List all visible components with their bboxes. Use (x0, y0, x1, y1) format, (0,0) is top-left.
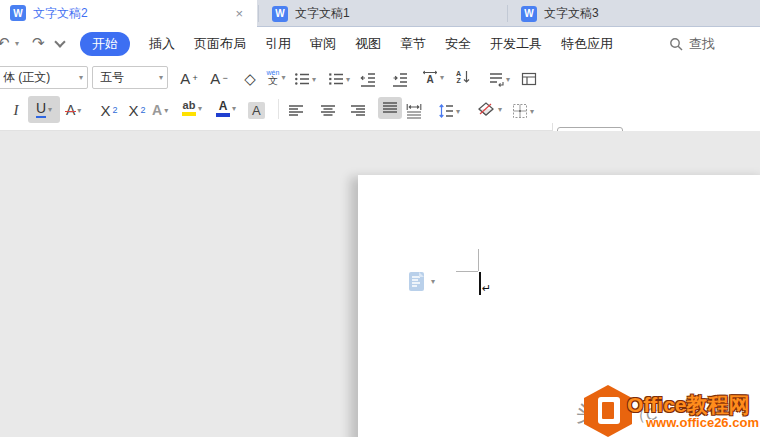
align-center-icon (320, 103, 336, 119)
menu-dev-tools[interactable]: 开发工具 (490, 35, 542, 53)
shrink-font-button[interactable]: A− (206, 66, 232, 90)
italic-button[interactable]: I (6, 98, 26, 122)
menu-items: 开始 插入 页面布局 引用 审阅 视图 章节 安全 开发工具 特色应用 (80, 27, 613, 61)
underline-button[interactable]: U ▾ (28, 96, 60, 123)
bullet-list-icon (294, 71, 310, 87)
highlight-icon: ab (182, 100, 196, 116)
tab-document-2[interactable]: W 文字文稿2 × (0, 0, 257, 27)
borders-button[interactable]: ▾ (512, 99, 534, 123)
superscript-mark: 2 (113, 105, 118, 115)
underline-label: U (36, 101, 46, 118)
menu-page-layout[interactable]: 页面布局 (194, 35, 246, 53)
align-left-button[interactable] (288, 99, 304, 123)
scale-letter: A (426, 75, 433, 85)
tab-document-3[interactable]: W 文字文稿3 (511, 0, 760, 27)
document-canvas[interactable]: ▾ ↵ 头 （C Office教程网 www.office26.com (0, 131, 760, 437)
highlight-color-button[interactable]: ab ▾ (182, 96, 202, 120)
bullet-list-button[interactable]: ▾ (294, 67, 316, 91)
menu-security[interactable]: 安全 (445, 35, 471, 53)
subscript-button[interactable]: X2 (124, 98, 150, 122)
decrease-indent-button[interactable] (360, 67, 376, 91)
wps-writer-icon: W (521, 6, 537, 22)
strikethrough-label: A (66, 102, 75, 118)
margin-crop-mark-vertical (478, 249, 479, 271)
eraser-icon: ◇ (244, 71, 256, 86)
tab-document-1[interactable]: W 文字文稿1 (262, 0, 505, 27)
align-right-button[interactable] (350, 99, 366, 123)
dropdown-icon: ▾ (346, 75, 350, 84)
dropdown-icon: ▾ (456, 107, 460, 116)
decrease-indent-icon (360, 71, 376, 87)
shading-icon (476, 100, 496, 118)
phonetic-guide-button[interactable]: wén 文 ▾ (264, 65, 288, 89)
subscript-mark: 2 (141, 105, 146, 115)
dropdown-icon: ▾ (79, 73, 83, 82)
font-color-label: A (219, 100, 228, 112)
align-center-button[interactable] (320, 99, 336, 123)
menu-home[interactable]: 开始 (80, 32, 130, 56)
paste-options-icon[interactable] (407, 271, 427, 293)
menu-references[interactable]: 引用 (265, 35, 291, 53)
numbered-list-icon (328, 71, 344, 87)
text-cursor (479, 272, 481, 295)
typeset-icon (521, 71, 537, 87)
shading-button[interactable]: ▾ (476, 97, 502, 121)
sort-arrow (463, 70, 470, 84)
distribute-button[interactable] (406, 99, 422, 123)
text-effects-button[interactable]: A ▾ (152, 98, 168, 122)
paragraph-mark-icon: ↵ (482, 282, 491, 295)
increase-indent-button[interactable] (392, 67, 408, 91)
character-shading-label: A (248, 102, 265, 119)
sort-icon: A Z (456, 70, 461, 84)
line-spacing-button[interactable]: ▾ (438, 99, 460, 123)
menu-insert[interactable]: 插入 (149, 35, 175, 53)
superscript-button[interactable]: X2 (96, 98, 122, 122)
menu-view[interactable]: 视图 (355, 35, 381, 53)
menu-review[interactable]: 审阅 (310, 35, 336, 53)
paragraph-layout-button[interactable]: ▾ (488, 67, 510, 91)
superscript-label: X (100, 103, 110, 118)
close-icon[interactable]: × (235, 6, 243, 21)
dropdown-icon: ▾ (48, 105, 52, 114)
dropdown-icon: ▾ (198, 104, 202, 113)
highlight-color-swatch (182, 112, 196, 116)
dropdown-icon: ▾ (498, 105, 502, 114)
paste-options-dropdown-icon[interactable]: ▾ (431, 277, 435, 286)
strikethrough-button[interactable]: A ▾ (66, 98, 81, 122)
grow-font-button[interactable]: A+ (176, 66, 202, 90)
tab-label: 文字文稿3 (544, 5, 599, 22)
dropdown-icon: ▾ (506, 75, 510, 84)
font-color-swatch (216, 113, 230, 117)
sort-button[interactable]: A Z (456, 65, 470, 89)
undo-dropdown-icon[interactable]: ▾ (15, 39, 19, 48)
align-left-icon (288, 103, 304, 119)
highlight-label: ab (183, 100, 196, 111)
font-name-value: 体 (正文) (3, 69, 79, 86)
sort-z: Z (456, 77, 460, 84)
character-shading-button[interactable]: A (248, 98, 265, 122)
menu-section[interactable]: 章节 (400, 35, 426, 53)
undo-icon[interactable]: ↶ (0, 34, 10, 52)
tab-divider (507, 5, 508, 22)
font-name-combo[interactable]: 体 (正文) ▾ (0, 66, 88, 89)
dropdown-icon: ▾ (281, 73, 285, 82)
font-size-combo[interactable]: 五号 ▾ (92, 66, 168, 89)
toolbar-separator (278, 99, 279, 119)
plus-mark: + (192, 73, 197, 83)
justify-button[interactable] (378, 97, 402, 119)
watermark-url: www.office26.com (646, 415, 759, 430)
typeset-tools-button[interactable] (521, 67, 537, 91)
chevron-down-icon[interactable] (54, 36, 65, 47)
office-logo-fold (602, 402, 614, 419)
find-label: 查找 (689, 35, 715, 53)
numbered-list-button[interactable]: ▾ (328, 67, 350, 91)
clear-format-button[interactable]: ◇ (238, 66, 262, 90)
menubar: ↶ ▾ ↷ 开始 插入 页面布局 引用 审阅 视图 章节 安全 开发工具 特色应… (0, 27, 760, 61)
menu-special-features[interactable]: 特色应用 (561, 35, 613, 53)
grow-font-label: A (180, 71, 190, 86)
font-color-button[interactable]: A ▾ (216, 96, 236, 120)
character-scale-button[interactable]: A ▾ (422, 65, 444, 89)
redo-icon[interactable]: ↷ (32, 34, 45, 52)
font-color-icon: A (216, 100, 230, 117)
find-control[interactable]: 查找 (668, 27, 715, 61)
